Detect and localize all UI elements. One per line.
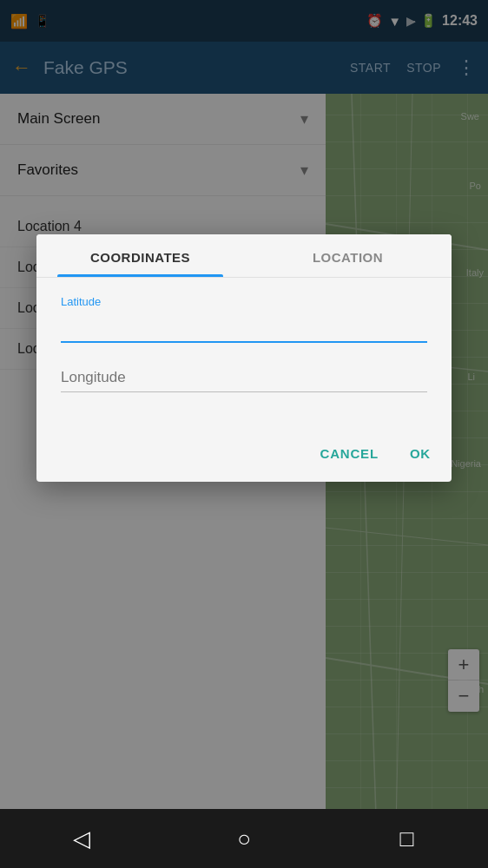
coordinates-dialog: COORDINATES LOCATION Latitude CANCEL OK	[36, 234, 452, 482]
dialog-actions: CANCEL OK	[36, 434, 452, 482]
nav-recents-icon: □	[399, 825, 413, 852]
nav-back-button[interactable]: ◁	[56, 812, 108, 865]
tab-location[interactable]: LOCATION	[244, 234, 452, 277]
nav-home-icon: ○	[237, 825, 251, 852]
longitude-field	[61, 364, 427, 392]
nav-back-icon: ◁	[73, 825, 90, 852]
dialog-tabs: COORDINATES LOCATION	[36, 234, 452, 278]
tab-coordinates[interactable]: COORDINATES	[36, 234, 244, 277]
ok-button[interactable]: OK	[406, 441, 434, 466]
nav-home-button[interactable]: ○	[218, 812, 270, 865]
latitude-label: Latitude	[61, 295, 427, 308]
dialog-body: Latitude	[36, 278, 452, 434]
longitude-input[interactable]	[61, 364, 427, 392]
nav-bar: ◁ ○ □	[0, 809, 488, 868]
nav-recents-button[interactable]: □	[380, 812, 432, 865]
latitude-field: Latitude	[61, 295, 427, 343]
cancel-button[interactable]: CANCEL	[317, 441, 382, 466]
latitude-input[interactable]	[61, 313, 427, 343]
